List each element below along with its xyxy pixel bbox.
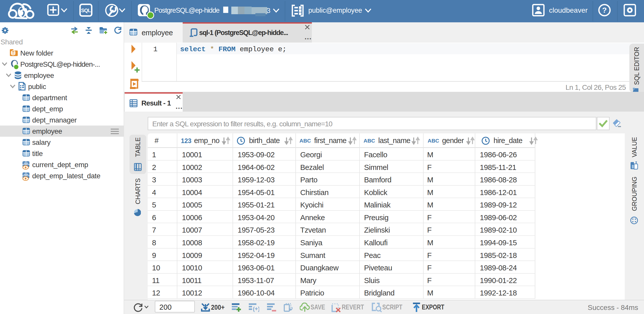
svg-text:?: ? [602,6,607,14]
svg-text:SQL: SQL [81,8,91,13]
svg-text:(+): (+) [253,306,259,312]
